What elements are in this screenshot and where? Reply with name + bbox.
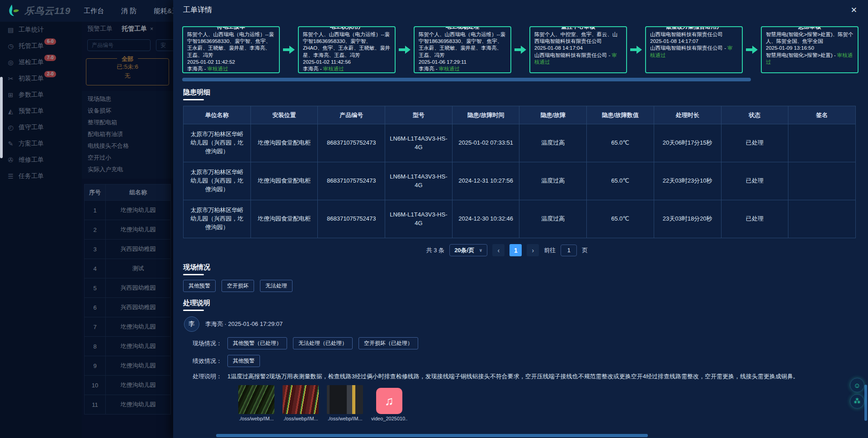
nav-item-workbench[interactable]: 工作台 (84, 7, 104, 15)
arrow-right-icon (743, 26, 761, 73)
tab-hosting-orders[interactable]: 托管工单× (122, 25, 153, 33)
horizontal-scrollbar[interactable] (216, 434, 648, 437)
step-title: 监控中心审核 (558, 26, 599, 31)
table-row[interactable]: 4测试 (85, 259, 171, 278)
filter-item[interactable]: 现场隐患 (82, 93, 173, 105)
group-name: 兴西园幼稚园 (106, 240, 171, 259)
count-badge: 7-0 (44, 55, 56, 61)
sidebar-item-stats[interactable]: ▤ 工单统计 (0, 22, 82, 38)
timeline-step-5[interactable]: 做整改方案报告给用户 山西瑞电智能科技有限责任公司 2025-01-08 14:… (645, 26, 743, 73)
step-time: 2025-01-09 13:16:50 (766, 45, 854, 52)
share-icon: ⁂ (854, 397, 861, 405)
timeline-step-1[interactable]: 待电工接单 陈贺个人、山西瑞电（电力运维）--裴宁智18636958330、裴宁… (182, 26, 280, 73)
photo-thumbnail[interactable] (283, 385, 319, 414)
brand: 乐鸟云119 (0, 3, 75, 19)
step-status: 审核通过 (208, 66, 228, 71)
tab-alarm-orders[interactable]: 预警工单 (87, 25, 113, 33)
avatar: 李 (184, 316, 199, 332)
next-page-button[interactable]: › (527, 244, 539, 256)
sidebar-item-repair[interactable]: ✇ 维修工单 (0, 152, 82, 168)
table-row[interactable]: 5兴西园幼稚园 (85, 278, 171, 298)
step-footer: 李海亮 - 审核通过 (187, 66, 275, 72)
photo-thumbnail[interactable] (327, 385, 363, 414)
hazard-header-row: 单位名称 安装位置 产品编号 型号 隐患/故障时间 隐患/故障 隐患/故障数值 … (184, 106, 856, 124)
attachment-caption: ./oss/webp/IM... (283, 416, 319, 421)
cell: 868371075752473 (318, 162, 385, 200)
step-time: 2025-01-08 14:17:07 (650, 38, 738, 45)
table-row[interactable]: 7圪僚沟幼儿园 (85, 317, 171, 337)
sidebar-item-hosting[interactable]: ◷ 托管工单 6-0 (0, 38, 82, 54)
filter-item[interactable]: 配电箱有油渍 (82, 128, 173, 140)
share-float-button[interactable]: ⁂ (850, 394, 864, 409)
filter-item[interactable]: 空开过小 (82, 152, 173, 164)
service-float-button[interactable]: ☺ (850, 378, 864, 392)
inspection-icon: ◎ (7, 59, 14, 66)
process-section-head: 处理说明 (183, 299, 868, 311)
install-location-input[interactable] (156, 39, 173, 51)
timeline-step-4[interactable]: 监控中心审核 陈贺个人、中控室、焦宇、蔡云、山西瑞电智能科技有限责任公司 202… (529, 26, 627, 73)
step-actor: 李海亮 - (303, 66, 323, 71)
sidebar-item-parameter[interactable]: ⊞ 参数工单 (0, 87, 82, 103)
table-row[interactable]: 9圪僚沟幼儿园 (85, 356, 171, 376)
cell: 已处理 (721, 200, 788, 238)
filter-item[interactable]: 电线接头不合格 (82, 140, 173, 152)
arrow-right-icon (396, 26, 414, 73)
perf-label: 绩效情况： (184, 357, 222, 365)
table-row[interactable]: 太原市万柏林区华峪幼儿园（兴西园，圪僚沟园） 圪僚沟园食堂配电柜 8683710… (184, 200, 856, 238)
attachment-photo[interactable]: ./oss/webp/IM... (283, 385, 319, 421)
sidebar-scroll-indicator[interactable] (0, 77, 3, 158)
music-file-icon[interactable]: ♫ (376, 388, 402, 414)
page-size-select[interactable]: 20条/页 ∨ (449, 244, 487, 256)
scene-tag: 其他预警 (183, 280, 216, 292)
attachment-media[interactable]: ♫ video_2025010... (371, 388, 407, 421)
table-row[interactable]: 1圪僚沟幼儿园 (85, 201, 171, 220)
summary-box[interactable]: 全部 已:5未:6 无 (86, 58, 169, 85)
goto-page-input[interactable] (561, 245, 577, 256)
cell: 太原市万柏林区华峪幼儿园（兴西园，圪僚沟园） (184, 124, 251, 162)
perf-tag: 其他预警 (227, 355, 260, 367)
photo-thumbnail[interactable] (238, 385, 274, 414)
sidebar-item-plan[interactable]: ✎ 方案工单 (0, 136, 82, 152)
attachment-photo[interactable]: ./oss/webp/IM... (238, 385, 274, 421)
timeline-step-3[interactable]: 电工现场处理 陈贺个人、山西瑞电（电力运维）--裴宁智18636958330、裴… (414, 26, 511, 73)
sidebar-item-install[interactable]: ✂ 初装工单 2-0 (0, 71, 82, 87)
attachment-photo[interactable]: ./oss/webp/IM... (327, 385, 363, 421)
table-row[interactable]: 太原市万柏林区华峪幼儿园（兴西园，圪僚沟园） 圪僚沟园食堂配电柜 8683710… (184, 162, 856, 200)
col-product-number: 产品编号 (318, 106, 385, 124)
tab-close-icon[interactable]: × (150, 26, 153, 32)
plan-icon: ✎ (7, 140, 14, 147)
step-body: 陈贺个人、山西瑞电（电力运维）--裴宁智18636958330、裴宁智、焦宇、王… (187, 31, 275, 59)
table-row[interactable]: 10圪僚沟幼儿园 (85, 376, 171, 395)
title-underline (183, 274, 204, 275)
panel-tabs: 预警工单 托管工单× (82, 22, 173, 36)
prev-page-button[interactable]: ‹ (492, 244, 505, 256)
filter-item[interactable]: 实际入户充电 (82, 164, 173, 175)
drawer-scrollbar[interactable] (864, 385, 867, 421)
cell: 圪僚沟园食堂配电柜 (250, 162, 318, 200)
filter-item[interactable]: 整理配电箱 (82, 117, 173, 128)
cell: 20天06时17分15秒 (654, 124, 721, 162)
timeline-step-2[interactable]: 电工联系用户 陈贺个人、山西瑞电（电力运维）--裴宁智18636958330、裴… (298, 26, 396, 73)
sidebar-item-duty[interactable]: ◴ 值守工单 (0, 119, 82, 136)
nav-item-fire[interactable]: 消 防 (121, 7, 137, 15)
table-row[interactable]: 8圪僚沟幼儿园 (85, 337, 171, 356)
scene-result-tag: 空开损坏（已处理） (359, 337, 418, 349)
page-number-button[interactable]: 1 (509, 244, 522, 256)
alarm-icon: ◭ (7, 108, 14, 115)
table-row[interactable]: 2圪僚沟幼儿园 (85, 220, 171, 240)
cell: 22天03时23分10秒 (654, 162, 721, 200)
sidebar-item-alarm[interactable]: ◭ 预警工单 (0, 103, 82, 119)
timeline-scrollbar[interactable] (182, 78, 751, 81)
timeline-step-6[interactable]: 总部审核 智慧用电(智能化>报警>处置)、陈贺个人、陈贺全国、焦宇全国 2025… (761, 26, 859, 73)
parameter-icon: ⊞ (7, 91, 14, 99)
table-row[interactable]: 6兴西园幼稚园 (85, 298, 171, 317)
sidebar-item-inspection[interactable]: ◎ 巡检工单 7-0 (0, 54, 82, 71)
table-row[interactable]: 11圪僚沟幼儿园 (85, 395, 171, 414)
close-icon[interactable]: ✕ (851, 5, 857, 15)
filter-item[interactable]: 设备损坏 (82, 105, 173, 117)
product-number-input[interactable] (87, 39, 151, 51)
table-row[interactable]: 3兴西园幼稚园 (85, 240, 171, 259)
page-size-value: 20条/页 (454, 246, 474, 254)
sidebar-item-task[interactable]: ☰ 任务工单 (0, 168, 82, 184)
table-row[interactable]: 太原市万柏林区华峪幼儿园（兴西园，圪僚沟园） 圪僚沟园食堂配电柜 8683710… (184, 124, 856, 162)
